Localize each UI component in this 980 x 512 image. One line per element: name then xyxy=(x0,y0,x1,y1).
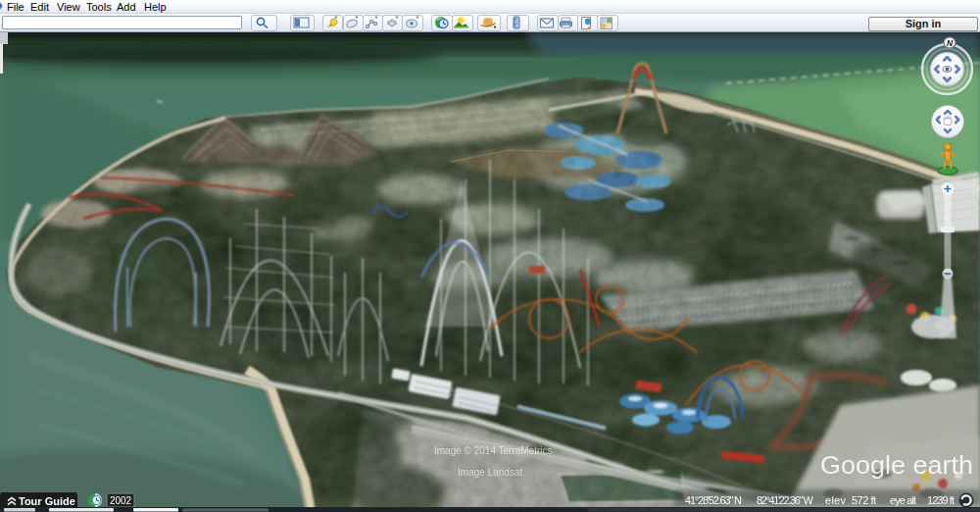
svg-text:1239 ft: 1239 ft xyxy=(927,494,955,506)
svg-text:2002: 2002 xyxy=(110,495,132,506)
svg-text:572 ft: 572 ft xyxy=(852,494,876,506)
svg-text:N: N xyxy=(947,38,954,48)
svg-text:Tour Guide: Tour Guide xyxy=(19,495,75,507)
svg-text:eye alt: eye alt xyxy=(890,494,916,506)
svg-text:41°28'52.63" N: 41°28'52.63" N xyxy=(685,494,742,506)
svg-text:Google earth: Google earth xyxy=(820,450,973,480)
svg-text:Image Landsat: Image Landsat xyxy=(458,467,522,478)
svg-text:82°41'22.36" W: 82°41'22.36" W xyxy=(757,494,814,506)
svg-text:elev: elev xyxy=(825,494,847,506)
svg-text:Image © 2014 TerraMetrics: Image © 2014 TerraMetrics xyxy=(434,445,553,456)
